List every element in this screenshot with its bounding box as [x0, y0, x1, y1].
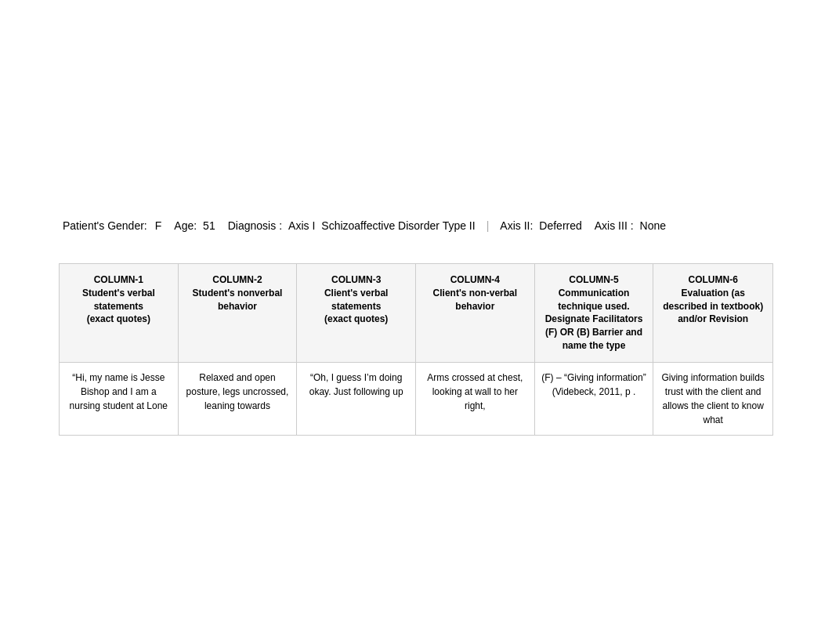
col-cell-3: “Oh, I guess I’m doing okay. Just follow… [297, 363, 416, 435]
col-cell-2: Relaxed and open posture, legs uncrossed… [179, 363, 298, 435]
col-header-1: COLUMN-1Student's verbal statements(exac… [60, 264, 179, 362]
gender-label: Patient's Gender: [63, 219, 147, 232]
gender-value: F [155, 219, 162, 232]
header-area [0, 0, 832, 110]
age-label: Age: [174, 219, 197, 232]
col-header-3: COLUMN-3Client's verbal statements(exact… [297, 264, 416, 362]
diagnosis-separator: : [279, 219, 282, 232]
age-value: 51 [203, 219, 215, 232]
col-cell-4: Arms crossed at chest, looking at wall t… [416, 363, 535, 435]
axis-iii-value: None [640, 219, 666, 232]
pipe-separator: | [487, 219, 490, 232]
axis-iii-label: Axis III : [595, 219, 634, 232]
col-cell-5: (F) – “Giving information” (Videbeck, 20… [535, 363, 654, 435]
axis-i-value: Schizoaffective Disorder Type II [321, 219, 475, 232]
axis-ii-value: Deferred [539, 219, 581, 232]
table-header: COLUMN-1Student's verbal statements(exac… [60, 264, 772, 363]
col-header-5: COLUMN-5Communication technique used. De… [535, 264, 654, 362]
col-header-4: COLUMN-4Client's non-verbal behavior [416, 264, 535, 362]
main-table: COLUMN-1Student's verbal statements(exac… [59, 263, 773, 436]
patient-info-bar: Patient's Gender: F Age: 51 Diagnosis : … [0, 212, 832, 240]
col-cell-6: Giving information builds trust with the… [653, 363, 772, 435]
diagnosis-label: Diagnosis [228, 219, 276, 232]
axis-ii-label: Axis II: [500, 219, 533, 232]
col-cell-1: “Hi, my name is Jesse Bishop and I am a … [60, 363, 179, 435]
axis-i-label: Axis I [288, 219, 315, 232]
col-header-2: COLUMN-2Student's nonverbal behavior [179, 264, 298, 362]
col-header-6: COLUMN-6Evaluation (as described in text… [653, 264, 772, 362]
table-body: “Hi, my name is Jesse Bishop and I am a … [60, 363, 772, 435]
